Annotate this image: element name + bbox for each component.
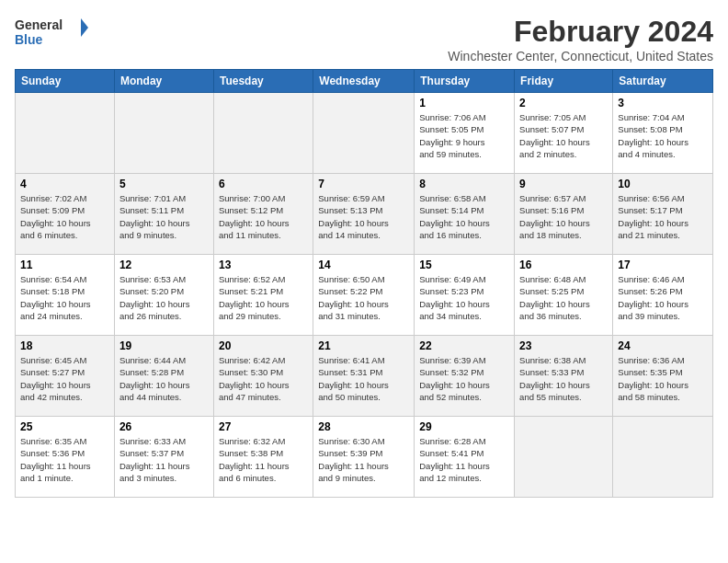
calendar-cell: 13Sunrise: 6:52 AMSunset: 5:21 PMDayligh… [213, 255, 313, 336]
week-row-1: 1Sunrise: 7:06 AMSunset: 5:05 PMDaylight… [16, 93, 713, 174]
calendar-cell: 29Sunrise: 6:28 AMSunset: 5:41 PMDayligh… [415, 417, 515, 498]
calendar-cell: 16Sunrise: 6:48 AMSunset: 5:25 PMDayligh… [515, 255, 613, 336]
svg-marker-2 [81, 18, 88, 37]
day-info: Sunrise: 6:54 AMSunset: 5:18 PMDaylight:… [20, 273, 109, 322]
day-info: Sunrise: 7:05 AMSunset: 5:07 PMDaylight:… [519, 111, 608, 160]
day-info: Sunrise: 6:52 AMSunset: 5:21 PMDaylight:… [219, 273, 308, 322]
calendar-cell: 1Sunrise: 7:06 AMSunset: 5:05 PMDaylight… [415, 93, 515, 174]
day-number: 7 [318, 178, 409, 190]
calendar-cell: 4Sunrise: 7:02 AMSunset: 5:09 PMDaylight… [16, 174, 115, 255]
day-number: 15 [419, 259, 509, 271]
header-tuesday: Tuesday [213, 70, 313, 93]
day-info: Sunrise: 6:36 AMSunset: 5:35 PMDaylight:… [618, 354, 708, 403]
day-info: Sunrise: 6:33 AMSunset: 5:37 PMDaylight:… [119, 435, 209, 484]
calendar-cell: 27Sunrise: 6:32 AMSunset: 5:38 PMDayligh… [213, 417, 313, 498]
day-number: 22 [419, 339, 509, 352]
svg-text:General: General [15, 17, 63, 32]
day-number: 29 [419, 420, 509, 433]
day-info: Sunrise: 6:42 AMSunset: 5:30 PMDaylight:… [219, 354, 308, 403]
header-wednesday: Wednesday [313, 70, 415, 93]
day-number: 13 [219, 259, 308, 271]
day-info: Sunrise: 6:50 AMSunset: 5:22 PMDaylight:… [318, 273, 409, 322]
day-number: 16 [519, 259, 608, 271]
day-info: Sunrise: 6:32 AMSunset: 5:38 PMDaylight:… [219, 435, 308, 484]
calendar-cell: 7Sunrise: 6:59 AMSunset: 5:13 PMDaylight… [313, 174, 415, 255]
day-info: Sunrise: 6:48 AMSunset: 5:25 PMDaylight:… [519, 273, 608, 322]
day-number: 8 [419, 178, 509, 190]
day-info: Sunrise: 6:41 AMSunset: 5:31 PMDaylight:… [318, 354, 409, 403]
logo-svg: General Blue [15, 15, 88, 50]
day-number: 1 [419, 97, 509, 109]
week-row-4: 18Sunrise: 6:45 AMSunset: 5:27 PMDayligh… [16, 336, 713, 417]
week-row-2: 4Sunrise: 7:02 AMSunset: 5:09 PMDaylight… [16, 174, 713, 255]
day-number: 19 [119, 339, 209, 352]
calendar-cell: 14Sunrise: 6:50 AMSunset: 5:22 PMDayligh… [313, 255, 415, 336]
calendar-cell [16, 93, 115, 174]
day-number: 14 [318, 259, 409, 271]
day-number: 28 [318, 420, 409, 433]
day-number: 18 [20, 339, 109, 352]
header-monday: Monday [114, 70, 213, 93]
calendar-cell [515, 417, 613, 498]
day-info: Sunrise: 7:02 AMSunset: 5:09 PMDaylight:… [20, 192, 109, 241]
title-block: February 2024 Winchester Center, Connect… [448, 15, 713, 63]
day-info: Sunrise: 6:56 AMSunset: 5:17 PMDaylight:… [618, 192, 708, 241]
calendar-cell: 24Sunrise: 6:36 AMSunset: 5:35 PMDayligh… [613, 336, 713, 417]
logo: General Blue [15, 15, 88, 50]
calendar-cell: 21Sunrise: 6:41 AMSunset: 5:31 PMDayligh… [313, 336, 415, 417]
day-number: 9 [519, 178, 608, 190]
header-sunday: Sunday [16, 70, 115, 93]
day-info: Sunrise: 7:00 AMSunset: 5:12 PMDaylight:… [219, 192, 308, 241]
day-info: Sunrise: 6:38 AMSunset: 5:33 PMDaylight:… [519, 354, 608, 403]
calendar-cell: 23Sunrise: 6:38 AMSunset: 5:33 PMDayligh… [515, 336, 613, 417]
day-number: 3 [618, 97, 708, 109]
calendar-cell [313, 93, 415, 174]
day-info: Sunrise: 6:46 AMSunset: 5:26 PMDaylight:… [618, 273, 708, 322]
day-number: 2 [519, 97, 608, 109]
day-info: Sunrise: 6:39 AMSunset: 5:32 PMDaylight:… [419, 354, 509, 403]
page-header: General Blue February 2024 Winchester Ce… [15, 15, 713, 63]
day-info: Sunrise: 7:04 AMSunset: 5:08 PMDaylight:… [618, 111, 708, 160]
day-number: 21 [318, 339, 409, 352]
calendar-cell: 5Sunrise: 7:01 AMSunset: 5:11 PMDaylight… [114, 174, 213, 255]
calendar-cell [613, 417, 713, 498]
day-number: 20 [219, 339, 308, 352]
calendar-cell: 9Sunrise: 6:57 AMSunset: 5:16 PMDaylight… [515, 174, 613, 255]
calendar-cell: 18Sunrise: 6:45 AMSunset: 5:27 PMDayligh… [16, 336, 115, 417]
calendar-cell: 6Sunrise: 7:00 AMSunset: 5:12 PMDaylight… [213, 174, 313, 255]
day-number: 5 [119, 178, 209, 190]
calendar-cell [213, 93, 313, 174]
calendar-cell: 26Sunrise: 6:33 AMSunset: 5:37 PMDayligh… [114, 417, 213, 498]
day-number: 25 [20, 420, 109, 433]
weekday-header-row: SundayMondayTuesdayWednesdayThursdayFrid… [16, 70, 713, 93]
day-number: 12 [119, 259, 209, 271]
calendar-cell: 2Sunrise: 7:05 AMSunset: 5:07 PMDaylight… [515, 93, 613, 174]
day-info: Sunrise: 6:30 AMSunset: 5:39 PMDaylight:… [318, 435, 409, 484]
week-row-5: 25Sunrise: 6:35 AMSunset: 5:36 PMDayligh… [16, 417, 713, 498]
day-number: 24 [618, 339, 708, 352]
calendar-cell: 22Sunrise: 6:39 AMSunset: 5:32 PMDayligh… [415, 336, 515, 417]
calendar-cell: 20Sunrise: 6:42 AMSunset: 5:30 PMDayligh… [213, 336, 313, 417]
svg-text:Blue: Blue [15, 32, 43, 47]
calendar-cell: 19Sunrise: 6:44 AMSunset: 5:28 PMDayligh… [114, 336, 213, 417]
day-number: 27 [219, 420, 308, 433]
week-row-3: 11Sunrise: 6:54 AMSunset: 5:18 PMDayligh… [16, 255, 713, 336]
calendar-cell: 11Sunrise: 6:54 AMSunset: 5:18 PMDayligh… [16, 255, 115, 336]
calendar-cell: 8Sunrise: 6:58 AMSunset: 5:14 PMDaylight… [415, 174, 515, 255]
day-info: Sunrise: 7:06 AMSunset: 5:05 PMDaylight:… [419, 111, 509, 160]
location-title: Winchester Center, Connecticut, United S… [448, 49, 713, 63]
header-saturday: Saturday [613, 70, 713, 93]
day-number: 23 [519, 339, 608, 352]
calendar-cell [114, 93, 213, 174]
calendar-cell: 17Sunrise: 6:46 AMSunset: 5:26 PMDayligh… [613, 255, 713, 336]
day-info: Sunrise: 6:28 AMSunset: 5:41 PMDaylight:… [419, 435, 509, 484]
calendar-cell: 12Sunrise: 6:53 AMSunset: 5:20 PMDayligh… [114, 255, 213, 336]
header-friday: Friday [515, 70, 613, 93]
day-number: 26 [119, 420, 209, 433]
day-info: Sunrise: 6:53 AMSunset: 5:20 PMDaylight:… [119, 273, 209, 322]
day-info: Sunrise: 6:35 AMSunset: 5:36 PMDaylight:… [20, 435, 109, 484]
day-info: Sunrise: 6:49 AMSunset: 5:23 PMDaylight:… [419, 273, 509, 322]
day-number: 4 [20, 178, 109, 190]
calendar-table: SundayMondayTuesdayWednesdayThursdayFrid… [15, 69, 713, 498]
calendar-cell: 25Sunrise: 6:35 AMSunset: 5:36 PMDayligh… [16, 417, 115, 498]
